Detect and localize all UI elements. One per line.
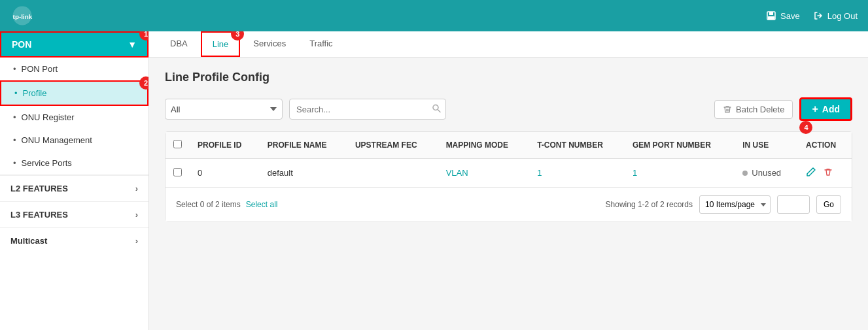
footer-left: Select 0 of 2 items Select all: [176, 200, 277, 209]
tab-services[interactable]: Services: [243, 32, 296, 56]
header-gem-port-number: GEM PORT NUMBER: [625, 132, 735, 159]
sidebar-item-profile[interactable]: Profile 2: [0, 80, 148, 106]
cell-action: [798, 159, 852, 188]
l2-features-label: L2 FEATURES: [10, 184, 68, 193]
header-checkbox-col: [165, 132, 190, 159]
go-button[interactable]: Go: [816, 195, 841, 214]
sidebar-pon-header[interactable]: PON ▼ 1: [0, 31, 148, 58]
sidebar-item-onu-management[interactable]: ONU Management: [0, 129, 148, 152]
cell-gem-port-number: 1: [625, 159, 735, 188]
add-button[interactable]: + Add: [799, 97, 852, 121]
tab-traffic-label: Traffic: [309, 39, 332, 48]
table-container: PROFILE ID PROFILE NAME UPSTREAM FEC MAP…: [165, 131, 852, 222]
topbar-actions: Save Log Out: [766, 10, 858, 21]
search-input[interactable]: [289, 99, 446, 120]
filter-select[interactable]: All: [165, 99, 283, 120]
tab-line[interactable]: Line 3: [201, 31, 241, 57]
header-upstream-fec: UPSTREAM FEC: [347, 132, 438, 159]
tabbar: DBA Line 3 Services Traffic: [149, 31, 868, 58]
save-label: Save: [780, 11, 800, 21]
tab-dba-label: DBA: [170, 39, 188, 48]
status-unused: Unused: [742, 168, 781, 178]
edit-icon[interactable]: [806, 167, 816, 179]
onu-management-label: ONU Management: [22, 135, 92, 145]
delete-icon[interactable]: [823, 167, 833, 179]
batch-delete-button[interactable]: Batch Delete: [714, 100, 793, 119]
items-per-page-select[interactable]: 10 Items/page 20 Items/page 50 Items/pag…: [699, 195, 771, 214]
tab-traffic[interactable]: Traffic: [299, 32, 343, 56]
status-dot-icon: [742, 171, 748, 176]
cell-profile-name: default: [260, 159, 347, 188]
tab-dba[interactable]: DBA: [160, 32, 198, 56]
step3-badge: 3: [231, 31, 244, 41]
toolbar-right: Batch Delete + Add 4: [714, 97, 852, 121]
svg-point-5: [433, 105, 438, 110]
add-label: Add: [822, 104, 840, 114]
service-ports-label: Service Ports: [22, 158, 72, 168]
tp-link-logo-icon: tp-link: [10, 4, 34, 27]
mapping-mode-link[interactable]: VLAN: [446, 168, 468, 178]
page-title: Line Profile Config: [165, 71, 852, 84]
cell-mapping-mode: VLAN: [438, 159, 530, 188]
selected-count: 0: [200, 200, 205, 209]
gem-port-link[interactable]: 1: [633, 168, 637, 178]
svg-rect-4: [768, 16, 774, 20]
table-row: 0 default VLAN 1 1: [165, 159, 852, 188]
selected-count-text: Select 0 of 2 items: [176, 200, 241, 209]
pon-chevron-icon: ▼: [128, 39, 137, 50]
table-footer: Select 0 of 2 items Select all Showing 1…: [165, 187, 852, 222]
step1-badge: 1: [139, 31, 149, 41]
main-content: DBA Line 3 Services Traffic Line Profile…: [149, 31, 868, 330]
t-cont-link[interactable]: 1: [537, 168, 542, 178]
l2-chevron-icon: ›: [135, 184, 138, 193]
row-checkbox-col: [165, 159, 190, 188]
search-icon: [432, 104, 441, 115]
tab-line-label: Line: [213, 39, 229, 49]
sidebar-l2-features[interactable]: L2 FEATURES ›: [0, 175, 148, 201]
toolbar-left: All: [165, 99, 446, 120]
select-all-link[interactable]: Select all: [246, 200, 278, 209]
cell-in-use: Unused: [735, 159, 798, 188]
svg-line-6: [438, 110, 441, 112]
logout-icon: [813, 10, 824, 21]
logout-button[interactable]: Log Out: [813, 10, 858, 21]
pon-label: PON: [12, 39, 31, 50]
header-t-cont-number: T-CONT NUMBER: [529, 132, 625, 159]
svg-text:tp-link: tp-link: [13, 13, 33, 20]
select-all-checkbox[interactable]: [173, 140, 182, 148]
sidebar-item-service-ports[interactable]: Service Ports: [0, 152, 148, 174]
total-items: 2: [215, 200, 220, 209]
main-layout: PON ▼ 1 PON Port Profile 2 ONU Register …: [0, 31, 868, 330]
footer-right: Showing 1-2 of 2 records 10 Items/page 2…: [606, 195, 841, 214]
page-number-input[interactable]: [777, 195, 810, 214]
cell-upstream-fec: [347, 159, 438, 188]
l3-features-label: L3 FEATURES: [10, 210, 68, 220]
header-action: ACTION: [798, 132, 852, 159]
profile-table: PROFILE ID PROFILE NAME UPSTREAM FEC MAP…: [165, 132, 852, 187]
header-in-use: IN USE: [735, 132, 798, 159]
multicast-label: Multicast: [10, 236, 47, 246]
sidebar-multicast[interactable]: Multicast ›: [0, 227, 148, 254]
showing-text: Showing 1-2 of 2 records: [606, 200, 693, 209]
profile-label: Profile: [23, 88, 47, 98]
trash-icon: [723, 105, 732, 114]
onu-register-label: ONU Register: [22, 112, 75, 122]
cell-t-cont-number: 1: [529, 159, 625, 188]
l3-chevron-icon: ›: [135, 210, 138, 220]
multicast-chevron-icon: ›: [135, 236, 138, 246]
save-button[interactable]: Save: [766, 10, 800, 21]
in-use-text: Unused: [752, 168, 781, 178]
sidebar-l3-features[interactable]: L3 FEATURES ›: [0, 201, 148, 227]
sidebar-item-onu-register[interactable]: ONU Register: [0, 106, 148, 129]
row-checkbox[interactable]: [173, 168, 182, 176]
logout-label: Log Out: [827, 11, 858, 21]
sidebar-item-pon-port[interactable]: PON Port: [0, 58, 148, 80]
sidebar: PON ▼ 1 PON Port Profile 2 ONU Register …: [0, 31, 149, 330]
save-icon: [766, 10, 776, 21]
search-wrapper: [289, 99, 446, 120]
pon-section: PON ▼ 1 PON Port Profile 2 ONU Register …: [0, 31, 148, 175]
cell-profile-id: 0: [190, 159, 260, 188]
batch-delete-label: Batch Delete: [736, 105, 784, 114]
header-profile-name: PROFILE NAME: [260, 132, 347, 159]
logo: tp-link: [10, 4, 34, 27]
